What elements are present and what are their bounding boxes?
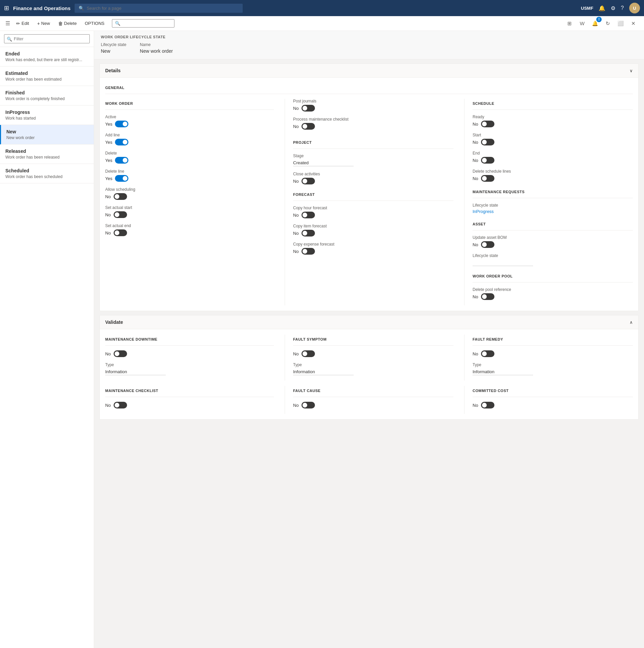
ready-toggle[interactable] (481, 121, 494, 127)
sidebar-item-released[interactable]: Released Work order has been released (0, 144, 94, 164)
search-bar[interactable]: 🔍 (75, 4, 243, 13)
grid-icon[interactable]: ⊞ (4, 4, 9, 12)
hamburger-icon[interactable]: ☰ (5, 20, 10, 27)
details-collapse-icon[interactable]: ∨ (630, 68, 633, 73)
end-toggle[interactable] (481, 157, 494, 164)
validate-header[interactable]: Validate ∧ (100, 315, 638, 329)
fault-remedy-toggle-wrap: No (473, 350, 633, 357)
copy-expense-toggle-wrap: No (293, 248, 453, 255)
asset-lifecycle-input[interactable] (473, 259, 533, 266)
settings-icon[interactable]: ⚙ (611, 5, 615, 11)
sidebar-filter-input[interactable] (4, 34, 90, 43)
project-stage-input[interactable] (293, 160, 354, 166)
lifecycle-section-title: WORK ORDER LIFECYCLE STATE (101, 35, 637, 39)
filter-search-wrap[interactable] (112, 19, 174, 28)
copy-item-toggle[interactable] (301, 230, 315, 236)
general-grid: WORK ORDER Active Yes Add line Yes (105, 99, 633, 305)
maint-checklist-toggle[interactable] (114, 402, 127, 408)
allow-scheduling-label: Allow scheduling (105, 187, 274, 192)
fault-symptom-toggle[interactable] (301, 350, 315, 357)
validate-panel: Validate ∧ MAINTENANCE DOWNTIME No (99, 315, 639, 420)
delete-icon: 🗑 (58, 21, 63, 26)
notification-icon[interactable]: 🔔 (599, 5, 605, 11)
maint-downtime-type-field: Type (105, 362, 274, 375)
maximize-icon[interactable]: ⬜ (615, 18, 626, 29)
delete-pool-field: Delete pool reference No (473, 287, 633, 300)
copy-expense-toggle[interactable] (301, 248, 315, 255)
fault-symptom-type-input[interactable] (293, 369, 354, 375)
new-button[interactable]: + New (34, 19, 53, 28)
plus-icon: + (37, 21, 40, 26)
set-actual-start-toggle[interactable] (114, 211, 127, 218)
fault-cause-toggle[interactable] (301, 402, 315, 408)
filter-input[interactable] (112, 19, 174, 28)
delete-pool-toggle[interactable] (481, 293, 494, 300)
maint-checklist-label: MAINTENANCE CHECKLIST (105, 386, 274, 397)
app-title: Finance and Operations (13, 5, 71, 11)
sidebar-item-new[interactable]: New New work order (0, 125, 94, 144)
update-bom-toggle[interactable] (481, 241, 494, 248)
delete-button[interactable]: 🗑 Delete (55, 19, 80, 28)
copy-hour-toggle[interactable] (301, 212, 315, 218)
close-activities-toggle[interactable] (301, 178, 315, 184)
maint-downtime-type-input[interactable] (105, 369, 166, 375)
work-order-section-label: WORK ORDER (105, 99, 274, 110)
fault-symptom-type-field: Type (293, 362, 453, 375)
start-value: No (473, 140, 478, 145)
delete-toggle-wrap: Yes (105, 157, 274, 164)
fault-remedy-label: FAULT REMEDY (473, 335, 633, 346)
copy-expense-field: Copy expense forecast No (293, 242, 453, 255)
delete-toggle[interactable] (115, 157, 128, 164)
search-input[interactable] (87, 6, 239, 11)
delete-schedule-toggle[interactable] (481, 175, 494, 182)
asset-section-label: ASSET (473, 219, 633, 230)
close-icon[interactable]: ✕ (628, 18, 639, 29)
start-toggle[interactable] (481, 139, 494, 145)
ready-label: Ready (473, 115, 633, 119)
maint-req-lifecycle-label: Lifecycle state (473, 203, 633, 208)
help-icon[interactable]: ? (621, 5, 624, 11)
options-button[interactable]: OPTIONS (81, 19, 108, 28)
sidebar-item-estimated[interactable]: Estimated Work order has been estimated (0, 67, 94, 86)
validate-collapse-icon[interactable]: ∧ (630, 320, 633, 325)
delete-line-toggle[interactable] (115, 175, 128, 182)
active-toggle[interactable] (115, 121, 128, 127)
delete-pool-label: Delete pool reference (473, 287, 633, 292)
avatar[interactable]: U (629, 3, 640, 13)
lifecycle-state-label: Lifecycle state (101, 42, 126, 47)
sidebar-filter-wrap[interactable]: 🔍 (0, 31, 94, 47)
allow-scheduling-toggle[interactable] (114, 193, 127, 200)
refresh-icon[interactable]: ↻ (602, 18, 613, 29)
process-maintenance-toggle[interactable] (301, 123, 315, 130)
forecast-section-label: FORECAST (293, 190, 453, 201)
post-journals-toggle-wrap: No (293, 105, 453, 112)
fault-remedy-toggle[interactable] (481, 350, 494, 357)
sidebar-item-inprogress[interactable]: InProgress Work has started (0, 105, 94, 125)
end-label: End (473, 151, 633, 156)
fault-cause-col: FAULT CAUSE No (285, 386, 453, 414)
maint-downtime-toggle[interactable] (114, 350, 127, 357)
set-actual-end-toggle[interactable] (114, 229, 127, 236)
post-journals-toggle[interactable] (301, 105, 315, 112)
delete-line-label: Delete line (105, 169, 274, 174)
fault-remedy-type-input[interactable] (473, 369, 533, 375)
edit-button[interactable]: ✏ Edit (13, 19, 32, 28)
validate-content: MAINTENANCE DOWNTIME No Type (100, 329, 638, 419)
fault-remedy-value: No (473, 351, 478, 356)
sidebar-item-finished[interactable]: Finished Work order is completely finish… (0, 86, 94, 105)
delete-field: Delete Yes (105, 151, 274, 164)
sidebar-item-ended[interactable]: Ended Work has ended, but there are stil… (0, 47, 94, 67)
delete-line-toggle-wrap: Yes (105, 175, 274, 182)
grid-view-icon[interactable]: ⊞ (564, 18, 575, 29)
word-icon[interactable]: W (577, 18, 588, 29)
add-line-toggle[interactable] (115, 139, 128, 145)
close-activities-field: Close activities No (293, 172, 453, 184)
sidebar-item-scheduled[interactable]: Scheduled Work order has been scheduled (0, 164, 94, 183)
details-header[interactable]: Details ∨ (100, 64, 638, 78)
update-bom-label: Update asset BOM (473, 235, 633, 240)
active-field: Active Yes (105, 115, 274, 127)
copy-expense-label: Copy expense forecast (293, 242, 453, 247)
committed-cost-toggle[interactable] (481, 402, 494, 408)
allow-scheduling-toggle-wrap: No (105, 193, 274, 200)
maint-req-lifecycle-value[interactable]: InProgress (473, 209, 494, 214)
